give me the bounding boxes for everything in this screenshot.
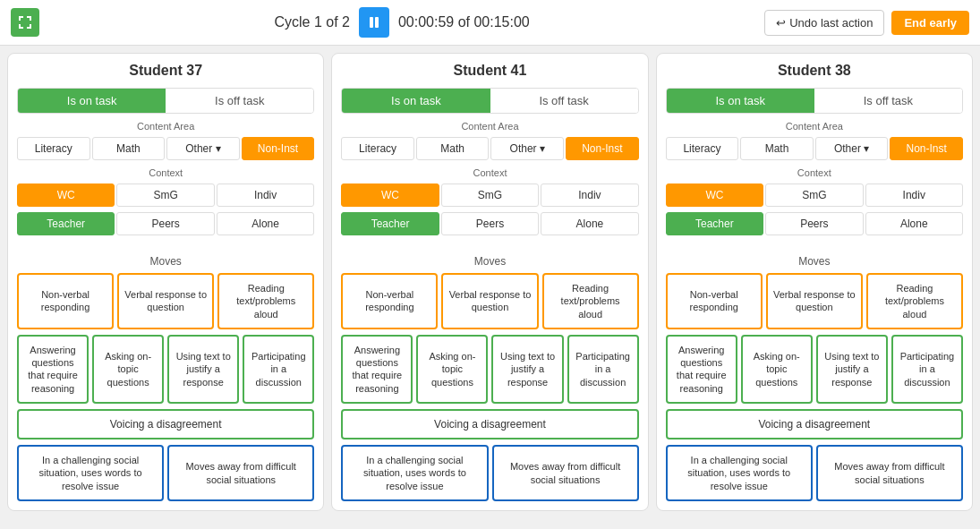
off-task-button-2[interactable]: Is off task bbox=[814, 89, 962, 113]
on-task-button-0[interactable]: Is on task bbox=[18, 89, 166, 113]
undo-button[interactable]: ↩ Undo last action bbox=[764, 10, 884, 36]
context1-btn-2-1[interactable]: SmG bbox=[765, 183, 863, 207]
context-label-0: Context bbox=[17, 167, 314, 178]
context-row1-1: WC SmG Indiv bbox=[341, 183, 638, 207]
social-btn2-1[interactable]: Moves away from difficultsocial situatio… bbox=[492, 445, 639, 501]
content-area-btn-2-2[interactable]: Other ▾ bbox=[815, 137, 889, 160]
move-top-btn-0-2[interactable]: Readingtext/problemsaloud bbox=[217, 273, 314, 329]
moves-bottom-row-0: Answeringquestionsthat requirereasoning … bbox=[17, 335, 314, 404]
move-bottom-btn-0-0[interactable]: Answeringquestionsthat requirereasoning bbox=[17, 335, 89, 404]
context1-btn-0-1[interactable]: SmG bbox=[116, 183, 214, 207]
content-area-btn-0-1[interactable]: Math bbox=[92, 137, 166, 160]
voicing-button-1[interactable]: Voicing a disagreement bbox=[341, 409, 638, 439]
context1-btn-1-0[interactable]: WC bbox=[341, 183, 439, 207]
content-area-btn-1-2[interactable]: Other ▾ bbox=[490, 137, 564, 160]
context2-btn-2-0[interactable]: Teacher bbox=[666, 212, 763, 235]
context-row1-0: WC SmG Indiv bbox=[17, 183, 314, 207]
move-bottom-btn-1-2[interactable]: Using text tojustify aresponse bbox=[491, 335, 563, 404]
moves-top-row-1: Non-verbalresponding Verbal response toq… bbox=[341, 273, 638, 329]
context2-btn-1-2[interactable]: Alone bbox=[541, 212, 638, 235]
context2-btn-0-0[interactable]: Teacher bbox=[17, 212, 115, 235]
voicing-button-2[interactable]: Voicing a disagreement bbox=[666, 409, 963, 439]
move-bottom-btn-1-3[interactable]: Participatingin adiscussion bbox=[567, 335, 639, 404]
timer-label: 00:00:59 of 00:15:00 bbox=[398, 14, 530, 30]
social-btn1-1[interactable]: In a challenging socialsituation, uses w… bbox=[341, 445, 488, 501]
content-area-btn-0-2[interactable]: Other ▾ bbox=[166, 137, 240, 160]
context2-btn-1-1[interactable]: Peers bbox=[441, 212, 539, 235]
context2-btn-0-1[interactable]: Peers bbox=[116, 212, 214, 235]
move-bottom-btn-2-0[interactable]: Answeringquestionsthat requirereasoning bbox=[666, 335, 737, 404]
context-label-2: Context bbox=[666, 167, 963, 178]
move-bottom-btn-2-1[interactable]: Asking on-topicquestions bbox=[741, 335, 813, 404]
move-bottom-btn-2-3[interactable]: Participatingin adiscussion bbox=[891, 335, 963, 404]
top-bar-right: ↩ Undo last action End early bbox=[764, 10, 969, 36]
student-card-2: Student 38 Is on task Is off task Conten… bbox=[656, 53, 973, 511]
content-area-label-0: Content Area bbox=[17, 121, 314, 132]
move-top-btn-0-0[interactable]: Non-verbalresponding bbox=[17, 273, 114, 329]
social-btn2-0[interactable]: Moves away from difficultsocial situatio… bbox=[167, 445, 314, 501]
social-btn2-2[interactable]: Moves away from difficultsocial situatio… bbox=[816, 445, 963, 501]
off-task-button-0[interactable]: Is off task bbox=[166, 89, 313, 113]
move-bottom-btn-0-2[interactable]: Using text tojustify aresponse bbox=[167, 335, 239, 404]
top-bar: Cycle 1 of 2 00:00:59 of 00:15:00 ↩ Undo… bbox=[0, 0, 980, 46]
undo-label: Undo last action bbox=[789, 16, 873, 30]
context1-btn-2-0[interactable]: WC bbox=[666, 183, 763, 207]
student-name-0: Student 37 bbox=[17, 63, 314, 82]
context1-btn-1-1[interactable]: SmG bbox=[441, 183, 539, 207]
move-bottom-btn-1-1[interactable]: Asking on-topicquestions bbox=[416, 335, 488, 404]
context2-btn-0-2[interactable]: Alone bbox=[217, 212, 314, 235]
content-area-btn-0-0[interactable]: Literacy bbox=[17, 137, 90, 160]
moves-bottom-row-1: Answeringquestionsthat requirereasoning … bbox=[341, 335, 638, 404]
student-name-1: Student 41 bbox=[341, 63, 638, 82]
undo-icon: ↩ bbox=[776, 16, 786, 30]
context1-btn-2-2[interactable]: Indiv bbox=[865, 183, 963, 207]
context2-btn-2-1[interactable]: Peers bbox=[765, 212, 863, 235]
svg-rect-1 bbox=[375, 17, 379, 28]
content-area-btn-2-1[interactable]: Math bbox=[740, 137, 814, 160]
content-area-btn-1-0[interactable]: Literacy bbox=[341, 137, 414, 160]
on-task-button-1[interactable]: Is on task bbox=[342, 89, 490, 113]
move-top-btn-1-1[interactable]: Verbal response toquestion bbox=[441, 273, 538, 329]
content-area-btn-1-1[interactable]: Math bbox=[416, 137, 490, 160]
move-top-btn-2-1[interactable]: Verbal response toquestion bbox=[766, 273, 863, 329]
social-btn1-2[interactable]: In a challenging socialsituation, uses w… bbox=[666, 445, 813, 501]
top-bar-left bbox=[11, 8, 39, 37]
content-area-row-1: Literacy Math Other ▾ Non-Inst bbox=[341, 137, 638, 160]
move-bottom-btn-1-0[interactable]: Answeringquestionsthat requirereasoning bbox=[341, 335, 413, 404]
content-area-btn-2-0[interactable]: Literacy bbox=[666, 137, 739, 160]
content-area-btn-0-3[interactable]: Non-Inst bbox=[242, 137, 315, 160]
off-task-button-1[interactable]: Is off task bbox=[490, 89, 638, 113]
move-top-btn-2-2[interactable]: Readingtext/problemsaloud bbox=[866, 273, 963, 329]
move-top-btn-1-0[interactable]: Non-verbalresponding bbox=[341, 273, 438, 329]
student-card-1: Student 41 Is on task Is off task Conten… bbox=[331, 53, 648, 511]
move-bottom-btn-0-1[interactable]: Asking on-topicquestions bbox=[92, 335, 164, 404]
move-top-btn-2-0[interactable]: Non-verbalresponding bbox=[666, 273, 763, 329]
expand-button[interactable] bbox=[11, 8, 39, 37]
moves-top-row-0: Non-verbalresponding Verbal response toq… bbox=[17, 273, 314, 329]
social-row-1: In a challenging socialsituation, uses w… bbox=[341, 445, 638, 501]
pause-button[interactable] bbox=[359, 7, 389, 38]
end-early-button[interactable]: End early bbox=[891, 11, 969, 35]
social-btn1-0[interactable]: In a challenging socialsituation, uses w… bbox=[17, 445, 164, 501]
context-row1-2: WC SmG Indiv bbox=[666, 183, 963, 207]
context2-btn-2-2[interactable]: Alone bbox=[865, 212, 963, 235]
task-toggle-1: Is on task Is off task bbox=[341, 88, 638, 114]
social-row-2: In a challenging socialsituation, uses w… bbox=[666, 445, 963, 501]
move-bottom-btn-0-3[interactable]: Participatingin adiscussion bbox=[243, 335, 314, 404]
voicing-button-0[interactable]: Voicing a disagreement bbox=[17, 409, 314, 439]
context1-btn-0-0[interactable]: WC bbox=[17, 183, 115, 207]
on-task-button-2[interactable]: Is on task bbox=[667, 89, 814, 113]
move-bottom-btn-2-2[interactable]: Using text tojustify aresponse bbox=[816, 335, 888, 404]
move-top-btn-1-2[interactable]: Readingtext/problemsaloud bbox=[542, 273, 639, 329]
context1-btn-1-2[interactable]: Indiv bbox=[541, 183, 638, 207]
social-row-0: In a challenging socialsituation, uses w… bbox=[17, 445, 314, 501]
task-toggle-2: Is on task Is off task bbox=[666, 88, 963, 114]
context2-btn-1-0[interactable]: Teacher bbox=[341, 212, 439, 235]
context1-btn-0-2[interactable]: Indiv bbox=[217, 183, 314, 207]
context-label-1: Context bbox=[341, 167, 638, 178]
content-area-btn-1-3[interactable]: Non-Inst bbox=[566, 137, 639, 160]
content-area-btn-2-3[interactable]: Non-Inst bbox=[890, 137, 963, 160]
move-top-btn-0-1[interactable]: Verbal response toquestion bbox=[117, 273, 214, 329]
student-name-2: Student 38 bbox=[666, 63, 963, 82]
context-row2-0: Teacher Peers Alone bbox=[17, 212, 314, 235]
